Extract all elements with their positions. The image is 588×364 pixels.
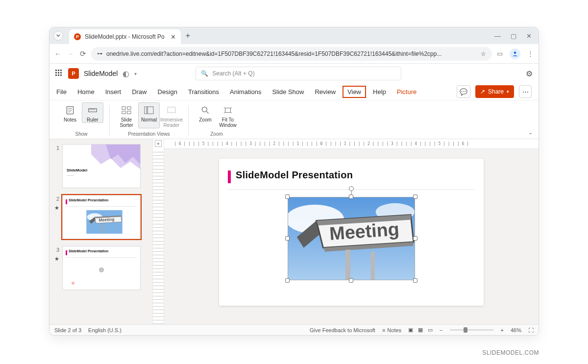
- doc-options-chevron-icon[interactable]: ▾: [134, 71, 137, 76]
- browser-tab-bar: P SlideModel.pptx - Microsoft Po ✕ + — ▢…: [49, 27, 539, 44]
- forward-button[interactable]: →: [67, 50, 75, 58]
- zoom-in-button[interactable]: +: [501, 327, 504, 333]
- share-button[interactable]: ↗ Share ▾: [475, 85, 514, 98]
- language-status[interactable]: English (U.S.): [88, 327, 122, 333]
- document-name[interactable]: SlideModel: [84, 70, 118, 77]
- tab-picture[interactable]: Picture: [397, 86, 416, 97]
- tab-design[interactable]: Design: [158, 86, 177, 97]
- canvas-wrap: | 6 | | | | 5 | | | | 4 | | | | 3 | | | …: [164, 139, 539, 324]
- back-button[interactable]: ←: [54, 50, 62, 58]
- resize-handle-r[interactable]: [413, 236, 417, 241]
- svg-rect-14: [127, 111, 131, 114]
- tab-title: SlideModel.pptx - Microsoft Po: [85, 33, 165, 40]
- slide[interactable]: SlideModel Presentation: [219, 159, 484, 306]
- thumb3-title: SlideModel Presentation: [69, 249, 108, 253]
- maximize-button[interactable]: ▢: [511, 32, 516, 40]
- immersive-reader-icon: [166, 105, 177, 116]
- notes-toggle-icon: ≡: [382, 327, 385, 333]
- profile-avatar-icon[interactable]: [510, 49, 520, 59]
- zoom-out-button[interactable]: −: [440, 327, 442, 333]
- slide-counter[interactable]: Slide 2 of 3: [54, 327, 81, 333]
- address-bar[interactable]: ⊶ onedrive.live.com/edit?action=editnew&…: [91, 47, 492, 61]
- thumb1-subtitle: ———: [67, 174, 74, 177]
- resize-handle-b[interactable]: [349, 278, 353, 283]
- new-tab-button[interactable]: +: [186, 31, 190, 40]
- zoom-button[interactable]: Zoom: [195, 102, 216, 128]
- url-text: onedrive.live.com/edit?action=editnew&id…: [106, 50, 441, 57]
- ruler-expand-button[interactable]: +: [155, 140, 162, 147]
- normal-view-icon[interactable]: ▣: [408, 327, 413, 333]
- svg-rect-15: [145, 107, 147, 114]
- browser-tab[interactable]: P SlideModel.pptx - Microsoft Po ✕: [69, 29, 181, 44]
- zoom-percent[interactable]: 46%: [511, 327, 521, 333]
- thumb1-art: [91, 145, 140, 174]
- resize-handle-tl[interactable]: [285, 194, 290, 199]
- chevron-down-icon: ▾: [507, 89, 509, 94]
- tab-file[interactable]: File: [56, 86, 67, 97]
- reload-button[interactable]: ⟳: [80, 49, 86, 58]
- thumb2-divider: [66, 206, 137, 207]
- vruler-ticks: [153, 149, 164, 324]
- powerpoint-logo-icon: P: [68, 68, 79, 79]
- slide-thumbnail-panel: 1 SlideModel ——— 2 ★ SlideModel Presenta…: [49, 139, 152, 324]
- immersive-reader-button[interactable]: ImmersiveReader: [161, 102, 182, 128]
- bookmark-star-icon[interactable]: ☆: [481, 50, 486, 57]
- sorter-view-icon[interactable]: ▦: [418, 327, 423, 333]
- tab-slideshow[interactable]: Slide Show: [272, 86, 304, 97]
- comments-button[interactable]: 💬: [457, 85, 470, 98]
- group-views-label: Presentation Views: [128, 130, 170, 139]
- selected-image[interactable]: Meeting: [288, 197, 415, 280]
- slide-thumbnail-3[interactable]: SlideModel Presentation: [62, 246, 141, 290]
- browser-menu-icon[interactable]: ⋮: [527, 50, 534, 57]
- tab-review[interactable]: Review: [315, 86, 336, 97]
- ruler-icon: [87, 105, 98, 116]
- fit-to-window-status-button[interactable]: ⛶: [528, 327, 534, 333]
- slideshow-view-icon[interactable]: ▭: [428, 327, 433, 333]
- extensions-icon[interactable]: ▭: [497, 50, 503, 57]
- tab-help[interactable]: Help: [373, 86, 386, 97]
- collapse-ribbon-button[interactable]: ⌄: [528, 129, 533, 136]
- app-launcher-icon[interactable]: [55, 70, 63, 77]
- horizontal-ruler: | 6 | | | | 5 | | | | 4 | | | | 3 | | | …: [164, 139, 539, 149]
- tab-menu-button[interactable]: [53, 31, 63, 41]
- fit-to-window-button[interactable]: Fit ToWindow: [217, 102, 239, 128]
- search-placeholder: Search (Alt + Q): [212, 70, 254, 77]
- svg-line-18: [207, 112, 209, 114]
- slide-thumbnail-2[interactable]: SlideModel Presentation Meeting: [62, 195, 141, 239]
- slide-thumbnail-1[interactable]: SlideModel ———: [62, 144, 141, 188]
- tab-insert[interactable]: Insert: [105, 86, 122, 97]
- app-header: P SlideModel ◐ ▾ 🔍 Search (Alt + Q) ⚙: [49, 64, 539, 83]
- ruler-button[interactable]: Ruler: [82, 102, 103, 123]
- zoom-slider[interactable]: [450, 329, 494, 331]
- feedback-link[interactable]: Give Feedback to Microsoft: [310, 327, 375, 333]
- slide-sorter-button[interactable]: SlideSorter: [116, 102, 137, 128]
- close-window-button[interactable]: ✕: [526, 32, 532, 40]
- ir-l2: Reader: [164, 122, 180, 128]
- tab-transitions[interactable]: Transitions: [188, 86, 219, 97]
- thumb2-title: SlideModel Presentation: [69, 198, 108, 202]
- resize-handle-br[interactable]: [413, 278, 417, 283]
- notes-toggle[interactable]: ≡Notes: [382, 327, 401, 333]
- notes-button[interactable]: Notes: [59, 102, 81, 123]
- fit-window-icon: [222, 105, 234, 116]
- settings-gear-icon[interactable]: ⚙: [526, 69, 533, 78]
- tab-home[interactable]: Home: [77, 86, 95, 97]
- saved-cloud-icon: ◐: [122, 69, 129, 78]
- resize-handle-tr[interactable]: [413, 194, 417, 199]
- slide-canvas-area[interactable]: SlideModel Presentation: [164, 149, 539, 324]
- slide-title[interactable]: SlideModel Presentation: [236, 170, 353, 181]
- zoom-slider-knob[interactable]: [464, 327, 467, 333]
- site-info-icon[interactable]: ⊶: [97, 50, 102, 57]
- tab-animations[interactable]: Animations: [230, 86, 261, 97]
- more-options-button[interactable]: ⋯: [519, 85, 532, 98]
- resize-handle-l[interactable]: [285, 236, 290, 241]
- resize-handle-t[interactable]: [349, 194, 353, 199]
- tab-draw[interactable]: Draw: [132, 86, 147, 97]
- minimize-button[interactable]: —: [494, 32, 501, 40]
- search-icon: 🔍: [201, 70, 208, 77]
- resize-handle-bl[interactable]: [285, 278, 290, 283]
- tab-view[interactable]: View: [343, 86, 366, 98]
- search-input[interactable]: 🔍 Search (Alt + Q): [196, 67, 401, 80]
- close-tab-icon[interactable]: ✕: [171, 33, 176, 41]
- normal-view-button[interactable]: Normal: [138, 102, 160, 128]
